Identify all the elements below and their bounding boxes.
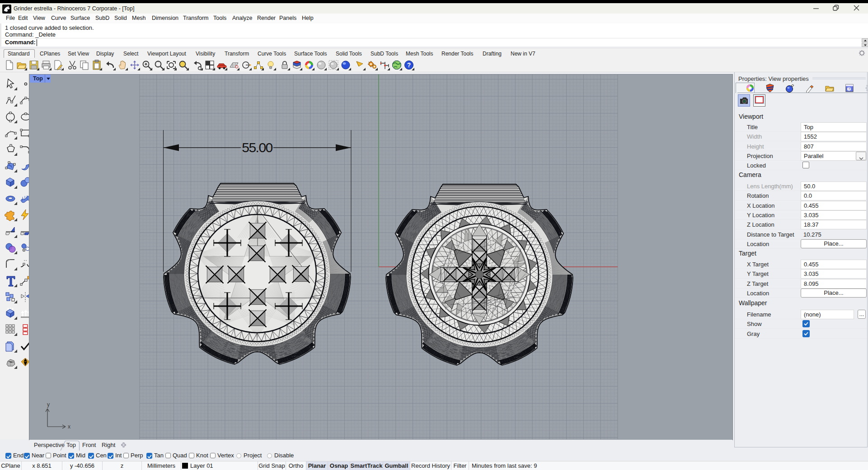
svg-text:y: y xyxy=(47,401,50,408)
svg-text:?: ? xyxy=(848,87,850,91)
svg-text:55.00: 55.00 xyxy=(242,140,272,155)
svg-text:x: x xyxy=(68,423,70,430)
svg-text:?: ? xyxy=(407,61,411,69)
